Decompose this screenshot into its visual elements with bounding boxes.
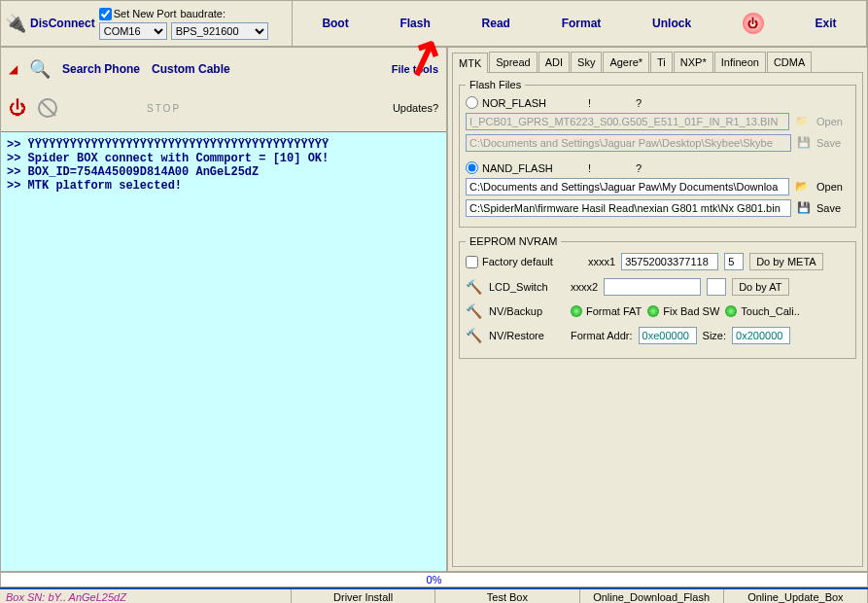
exit-button[interactable]: Exit (816, 17, 837, 30)
eeprom-group: EEPROM NVRAM Factory default xxxx1 Do by… (459, 235, 856, 359)
save-icon: 💾 (797, 136, 811, 150)
xxxx2b-input[interactable] (707, 278, 726, 296)
baud-select[interactable]: BPS_921600 (171, 22, 268, 40)
tab-mtk[interactable]: MTK (452, 53, 488, 73)
online-download-link[interactable]: Online_Download_Flash (580, 589, 724, 603)
flash-files-legend: Flash Files (466, 79, 525, 90)
custom-cable-button[interactable]: Custom Cable (152, 62, 230, 76)
power-small-icon[interactable]: ⏻ (9, 98, 26, 119)
format-addr-input[interactable] (639, 327, 697, 344)
do-at-button[interactable]: Do by AT (732, 278, 788, 296)
flash-files-group: Flash Files NOR_FLASH ! ? 📁 Open 💾 Save (459, 79, 856, 228)
format-button[interactable]: Format (562, 17, 602, 30)
fix-bad-button[interactable]: Fix Bad SW (647, 305, 719, 317)
file-tools-button[interactable]: File tools (392, 63, 438, 75)
read-button[interactable]: Read (482, 17, 510, 30)
status-bar: Box SN: bY.. AnGeL25dZ Driver Install Te… (0, 587, 868, 603)
nv-restore-button[interactable]: NV/Restore (489, 330, 565, 341)
platform-tabs: MTK Spread ADI Sky Agere* Ti NXP* Infine… (452, 52, 863, 73)
bang-1: ! (588, 97, 591, 109)
save-button-2[interactable]: Save (816, 202, 850, 214)
tab-agere[interactable]: Agere* (603, 52, 649, 72)
driver-install-link[interactable]: Driver Install (292, 589, 435, 603)
nand-flash-radio[interactable]: NAND_FLASH (466, 161, 582, 174)
folder-icon: 📁 (795, 115, 811, 128)
progress-bar: 0% (0, 572, 868, 587)
plug-icon: 🔌 (5, 13, 26, 34)
do-meta-button[interactable]: Do by META (749, 253, 823, 270)
test-box-link[interactable]: Test Box (435, 589, 579, 603)
qmark-1: ? (636, 97, 642, 109)
tab-cdma[interactable]: CDMA (767, 52, 812, 72)
open-button-1: Open (816, 116, 850, 127)
stop-button[interactable]: STOP (147, 103, 181, 114)
touch-cali-button[interactable]: Touch_Cali.. (725, 305, 800, 317)
boot-button[interactable]: Boot (322, 17, 348, 30)
hammer-icon-2: 🔨 (466, 303, 483, 319)
unlock-button[interactable]: Unlock (652, 17, 691, 30)
power-icon[interactable]: ⏻ (743, 13, 764, 34)
hammer-icon-3: 🔨 (466, 328, 483, 343)
tab-infineon[interactable]: Infineon (714, 52, 766, 72)
nv-backup-button[interactable]: NV/Backup (489, 305, 565, 317)
nor-path-2 (466, 134, 791, 152)
online-update-link[interactable]: Online_Update_Box (724, 589, 868, 603)
eeprom-legend: EEPROM NVRAM (466, 235, 561, 247)
tab-spread[interactable]: Spread (489, 52, 537, 72)
size-label: Size: (703, 330, 726, 341)
nor-path-1 (466, 113, 789, 130)
format-fat-button[interactable]: Format FAT (571, 305, 642, 317)
tag-icon: ◢ (9, 62, 17, 76)
bang-2: ! (588, 162, 591, 174)
open-button-2[interactable]: Open (816, 181, 850, 193)
xxxx2-label: xxxx2 (571, 281, 598, 293)
flash-button[interactable]: Flash (399, 17, 430, 30)
tab-ti[interactable]: Ti (650, 52, 673, 72)
search-icon: 🔍 (29, 58, 51, 80)
save-disk-icon[interactable]: 💾 (797, 201, 811, 215)
xxxx1b-input[interactable] (724, 253, 744, 270)
tab-sky[interactable]: Sky (571, 52, 602, 72)
console-output: >> ŸŸŸŸŸŸŸŸŸŸŸŸŸŸŸŸŸŸŸŸŸŸŸŸŸŸŸŸŸŸŸŸŸŸŸŸŸ… (1, 131, 446, 571)
xxxx1-label: xxxx1 (588, 256, 615, 267)
qmark-2: ? (636, 162, 642, 174)
factory-default-checkbox[interactable]: Factory default (466, 256, 582, 268)
save-button-1: Save (816, 137, 850, 149)
updates-link[interactable]: Updates? (393, 102, 438, 114)
set-new-port-checkbox[interactable]: Set New Port (99, 8, 177, 20)
disconnect-button[interactable]: DisConnect (30, 17, 95, 30)
open-folder-icon[interactable]: 📂 (795, 180, 811, 194)
nand-path-1[interactable] (466, 178, 789, 195)
nor-flash-radio[interactable]: NOR_FLASH (466, 96, 582, 109)
xxxx2-input[interactable] (604, 278, 701, 296)
lcd-switch-button[interactable]: LCD_Switch (489, 281, 565, 293)
tab-adi[interactable]: ADI (538, 52, 570, 72)
size-input[interactable] (732, 327, 790, 344)
stop-icon[interactable] (38, 98, 57, 118)
box-sn: Box SN: bY.. AnGeL25dZ (0, 589, 292, 603)
baudrate-label: baudrate: (181, 8, 226, 19)
port-select[interactable]: COM16 (99, 22, 167, 40)
main-toolbar: 🔌 DisConnect Set New Port baudrate: COM1… (0, 0, 868, 47)
xxxx1-input[interactable] (621, 253, 718, 270)
tab-nxp[interactable]: NXP* (674, 52, 713, 72)
nand-path-2[interactable] (466, 199, 791, 217)
hammer-icon: 🔨 (466, 279, 483, 295)
format-addr-label: Format Addr: (571, 330, 633, 341)
search-phone-button[interactable]: Search Phone (62, 62, 140, 76)
